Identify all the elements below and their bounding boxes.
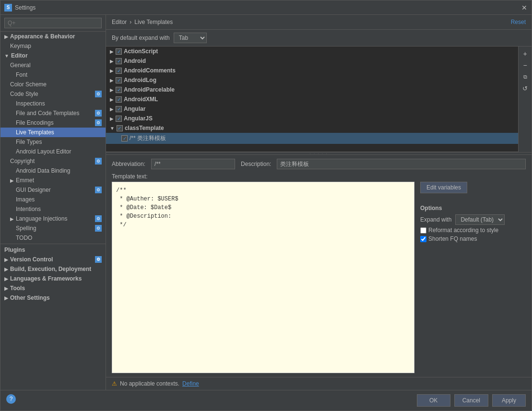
template-group-androidxml[interactable]: ▶ ✓ AndroidXML [106,94,518,104]
sidebar-item-editor[interactable]: ▼ Editor [0,51,106,60]
sidebar-item-code-style[interactable]: Code Style ⚙ [0,89,106,99]
collapse-arrow: ▼ [110,126,115,131]
template-textarea[interactable] [112,182,414,373]
cancel-button[interactable]: Cancel [454,394,488,407]
collapse-arrow: ▶ [110,68,114,73]
item-checkbox[interactable]: ✓ [121,135,128,141]
description-input[interactable] [277,159,526,169]
collapse-arrow: ▶ [110,78,114,83]
sidebar-item-build-execution[interactable]: ▶ Build, Execution, Deployment [0,264,106,274]
edit-variables-button[interactable]: Edit variables [420,182,467,193]
revert-template-button[interactable]: ↺ [520,83,531,94]
sidebar-item-file-code-templates[interactable]: File and Code Templates ⚙ [0,108,106,118]
sidebar-item-color-scheme[interactable]: Color Scheme [0,80,106,89]
sidebar-item-keymap[interactable]: Keymap [0,41,106,51]
expand-with-bar: By default expand with Tab Enter Space [106,30,532,47]
group-checkbox[interactable]: ✓ [116,87,122,93]
main-content: ▶ Appearance & Behavior Keymap ▼ Editor … [0,15,532,390]
breadcrumb: Editor › Live Templates Reset [106,15,532,30]
close-button[interactable]: ✕ [521,4,528,11]
collapse-arrow: ▶ [110,59,114,64]
shorten-fq-checkbox-row: Shorten FQ names [420,235,526,242]
define-link[interactable]: Define [182,380,199,387]
abbreviation-input[interactable] [151,159,235,169]
reformat-checkbox[interactable] [420,227,426,234]
expand-with-options-select[interactable]: Default (Tab) Tab Enter [455,214,505,225]
sidebar-item-live-templates[interactable]: Live Templates [0,128,106,137]
template-group-classtemplate[interactable]: ▼ ✓ classTemplate [106,123,518,133]
copy-template-button[interactable]: ⧉ [520,71,531,82]
expand-arrow: ▶ [4,257,8,262]
sidebar-item-emmet[interactable]: ▶ Emmet [0,176,106,185]
reset-button[interactable]: Reset [511,19,526,25]
help-button[interactable]: ? [6,394,16,404]
search-input[interactable] [4,18,102,28]
collapse-arrow: ▶ [110,97,114,102]
sidebar-item-android-data-binding[interactable]: Android Data Binding [0,166,106,176]
sidebar-item-inspections[interactable]: Inspections [0,99,106,108]
sidebar-item-language-injections[interactable]: ▶ Language Injections ⚙ [0,214,106,223]
apply-button[interactable]: Apply [492,394,526,407]
group-checkbox[interactable]: ✓ [116,106,122,112]
collapse-arrow: ▶ [110,87,114,93]
template-item-class-comment[interactable]: ✓ /** 类注释模板 [106,133,518,144]
collapse-arrow: ▶ [110,49,114,54]
context-warning-text: No applicable contexts. [120,380,179,387]
sidebar-item-version-control[interactable]: ▶ Version Control ⚙ [0,255,106,264]
template-group-androidparcelable[interactable]: ▶ ✓ AndroidParcelable [106,85,518,94]
expand-arrow: ▶ [4,34,8,39]
sidebar-item-appearance[interactable]: ▶ Appearance & Behavior [0,32,106,41]
template-group-android[interactable]: ▶ ✓ Android [106,56,518,66]
collapse-arrow: ▶ [110,116,114,121]
remove-template-button[interactable]: − [520,60,531,70]
sidebar-item-general[interactable]: General [0,60,106,70]
ok-button[interactable]: OK [417,394,450,407]
context-bar: ⚠ No applicable contexts. Define [106,377,532,390]
reformat-label: Reformat according to style [428,227,498,234]
abbreviation-label: Abbreviation: [112,161,145,167]
add-template-button[interactable]: + [520,48,531,59]
group-checkbox[interactable]: ✓ [117,125,123,131]
sidebar-item-plugins[interactable]: Plugins [0,245,106,255]
settings-badge: ⚙ [95,225,102,232]
sidebar-item-file-types[interactable]: File Types [0,137,106,147]
nav-separator [0,244,106,244]
settings-badge: ⚙ [95,256,102,263]
settings-badge: ⚙ [95,119,102,126]
sidebar-item-spelling[interactable]: Spelling ⚙ [0,223,106,233]
group-checkbox[interactable]: ✓ [116,58,122,64]
sidebar-item-font[interactable]: Font [0,70,106,80]
sidebar-item-other-settings[interactable]: ▶ Other Settings [0,293,106,303]
template-group-angular[interactable]: ▶ ✓ Angular [106,104,518,114]
group-checkbox[interactable]: ✓ [116,116,122,122]
group-checkbox[interactable]: ✓ [116,68,122,74]
group-checkbox[interactable]: ✓ [116,77,122,83]
template-group-angularjs[interactable]: ▶ ✓ AngularJS [106,114,518,123]
group-checkbox[interactable]: ✓ [116,96,122,103]
description-label: Description: [241,161,271,167]
sidebar-item-file-encodings[interactable]: File Encodings ⚙ [0,118,106,128]
expand-arrow: ▶ [4,267,8,272]
template-text-label: Template text: [112,173,526,180]
template-group-androidcomments[interactable]: ▶ ✓ AndroidComments [106,66,518,75]
sidebar-item-todo[interactable]: TODO [0,233,106,243]
sidebar-item-copyright[interactable]: Copyright ⚙ [0,156,106,166]
shorten-fq-checkbox[interactable] [420,236,426,242]
template-group-androidlog[interactable]: ▶ ✓ AndroidLog [106,75,518,85]
expand-arrow: ▼ [4,53,9,59]
sidebar-item-gui-designer[interactable]: GUI Designer ⚙ [0,185,106,195]
template-group-actionscript[interactable]: ▶ ✓ ActionScript [106,47,518,56]
sidebar-item-languages-frameworks[interactable]: ▶ Languages & Frameworks [0,274,106,283]
expand-with-select[interactable]: Tab Enter Space [174,33,207,43]
breadcrumb-live-templates: Live Templates [134,19,173,25]
sidebar-item-tools[interactable]: ▶ Tools [0,283,106,293]
details-panel: Abbreviation: Description: Template text… [106,155,532,377]
sidebar-item-images[interactable]: Images [0,195,106,204]
sidebar-item-android-layout-editor[interactable]: Android Layout Editor [0,147,106,156]
group-checkbox[interactable]: ✓ [116,48,122,55]
expand-arrow: ▶ [4,286,8,291]
sidebar-item-intentions[interactable]: Intentions [0,204,106,214]
app-icon: S [4,4,12,12]
title-bar: S Settings ✕ [0,0,532,15]
expand-arrow: ▶ [10,178,14,183]
